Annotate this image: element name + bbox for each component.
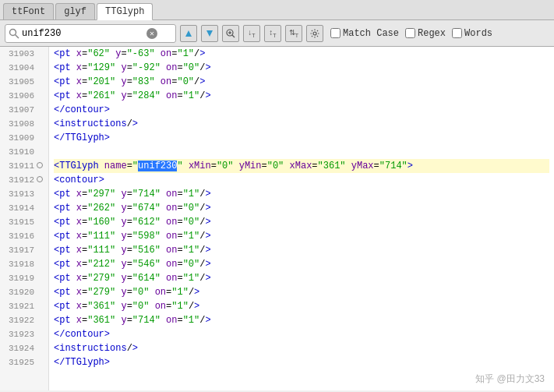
regex-checkbox[interactable]	[405, 28, 415, 38]
line-number: 31924	[5, 344, 34, 353]
line-number: 31912	[5, 175, 34, 185]
search-bar: ✕ ↓T ↕T ⇅T Match Case Reg	[0, 20, 554, 47]
line-row: 31912	[3, 173, 45, 187]
code-line: <pt x="297" y="714" on="1"/>	[54, 187, 549, 201]
code-line	[54, 145, 549, 159]
words-checkbox[interactable]	[452, 28, 462, 38]
watermark: 知乎 @田力文33	[475, 373, 545, 386]
code-line: <pt x="262" y="674" on="0"/>	[54, 201, 549, 215]
zoom-in-button[interactable]	[222, 25, 239, 42]
code-line: <pt x="62" y="-63" on="1"/>	[54, 47, 549, 61]
code-line: <pt x="111" y="598" on="1"/>	[54, 229, 549, 243]
match-case-label: Match Case	[343, 28, 399, 39]
line-number: 31914	[5, 203, 34, 213]
filter2-button[interactable]: ↕T	[264, 25, 281, 42]
svg-marker-2	[185, 30, 192, 37]
code-line: <instructions/>	[54, 117, 549, 131]
line-row: 31914	[3, 201, 45, 215]
code-line: </TTGlyph>	[54, 131, 549, 145]
line-row: 31906	[3, 89, 45, 103]
search-prev-button[interactable]	[180, 25, 197, 42]
settings-button[interactable]	[306, 25, 323, 42]
regex-option[interactable]: Regex	[405, 28, 446, 39]
match-case-checkbox[interactable]	[330, 28, 341, 38]
code-line: <pt x="129" y="-92" on="0"/>	[54, 61, 549, 75]
code-line: </contour>	[54, 327, 549, 341]
line-row: 31907	[3, 103, 45, 117]
line-marker	[36, 162, 44, 170]
line-row: 31925	[3, 355, 45, 369]
tab-glyf[interactable]: glyf	[55, 3, 95, 19]
line-row: 31919	[3, 271, 45, 285]
line-number: 31925	[5, 358, 34, 367]
code-line: <pt x="160" y="612" on="0"/>	[54, 215, 549, 229]
line-number: 31911	[5, 161, 34, 171]
search-options: Match Case Regex Words	[330, 28, 492, 39]
code-line: <pt x="261" y="284" on="1"/>	[54, 89, 549, 103]
line-row: 31909	[3, 131, 45, 145]
line-row: 31915	[3, 215, 45, 229]
line-numbers: 3190331904319053190631907319083190931910…	[0, 47, 49, 390]
line-row: 31910	[3, 145, 45, 159]
filter1-button[interactable]: ↓T	[243, 25, 260, 42]
svg-marker-3	[206, 30, 213, 37]
line-number: 31917	[5, 245, 34, 255]
filter3-button[interactable]: ⇅T	[285, 25, 302, 42]
words-option[interactable]: Words	[452, 28, 492, 39]
search-icon	[9, 28, 19, 39]
code-line: <contour>	[54, 173, 549, 187]
line-number: 31913	[5, 189, 34, 199]
line-row: 31908	[3, 117, 45, 131]
line-row: 31918	[3, 257, 45, 271]
line-number: 31921	[5, 302, 34, 311]
line-number: 31916	[5, 231, 34, 241]
words-label: Words	[464, 28, 492, 39]
line-row: 31903	[3, 47, 45, 61]
code-line: </contour>	[54, 103, 549, 117]
line-number: 31920	[5, 288, 34, 297]
svg-point-8	[313, 32, 316, 35]
line-row: 31913	[3, 187, 45, 201]
svg-line-7	[232, 35, 235, 37]
code-line: <pt x="361" y="714" on="1"/>	[54, 313, 549, 327]
tab-ttglyph[interactable]: TTGlyph	[97, 3, 153, 20]
line-number: 31907	[5, 105, 34, 115]
code-area[interactable]: <pt x="62" y="-63" on="1"/> <pt x="129" …	[49, 47, 554, 390]
svg-line-1	[16, 34, 19, 38]
line-marker	[36, 176, 44, 184]
line-row: 31916	[3, 229, 45, 243]
line-number: 31910	[5, 147, 34, 157]
search-match: unif230	[138, 161, 177, 171]
search-next-button[interactable]	[201, 25, 218, 42]
line-number: 31903	[5, 49, 34, 58]
match-case-option[interactable]: Match Case	[330, 28, 399, 39]
code-line: <pt x="279" y="614" on="1"/>	[54, 271, 549, 285]
line-number: 31908	[5, 119, 34, 129]
line-row: 31917	[3, 243, 45, 257]
regex-label: Regex	[418, 28, 446, 39]
code-line: </TTGlyph>	[54, 355, 549, 369]
line-row: 31905	[3, 75, 45, 89]
line-number: 31905	[5, 77, 34, 87]
line-row: 31911	[3, 159, 45, 173]
code-line: <pt x="212" y="546" on="0"/>	[54, 257, 549, 271]
line-number: 31915	[5, 217, 34, 227]
line-number: 31904	[5, 63, 34, 72]
line-number: 31922	[5, 316, 34, 325]
search-input-wrapper: ✕	[5, 24, 176, 43]
line-number: 31906	[5, 91, 34, 101]
code-line: <pt x="279" y="0" on="1"/>	[54, 285, 549, 299]
code-line: <instructions/>	[54, 341, 549, 355]
svg-point-0	[10, 29, 16, 35]
line-row: 31920	[3, 285, 45, 299]
line-row: 31922	[3, 313, 45, 327]
line-row: 31923	[3, 327, 45, 341]
tab-ttfont[interactable]: ttFont	[3, 3, 54, 19]
code-line: <pt x="361" y="0" on="1"/>	[54, 299, 549, 313]
line-row: 31904	[3, 61, 45, 75]
line-number: 31909	[5, 133, 34, 143]
line-number: 31923	[5, 330, 34, 339]
code-line: <pt x="111" y="516" on="1"/>	[54, 243, 549, 257]
search-input[interactable]	[22, 28, 146, 39]
search-clear-button[interactable]: ✕	[146, 28, 157, 39]
